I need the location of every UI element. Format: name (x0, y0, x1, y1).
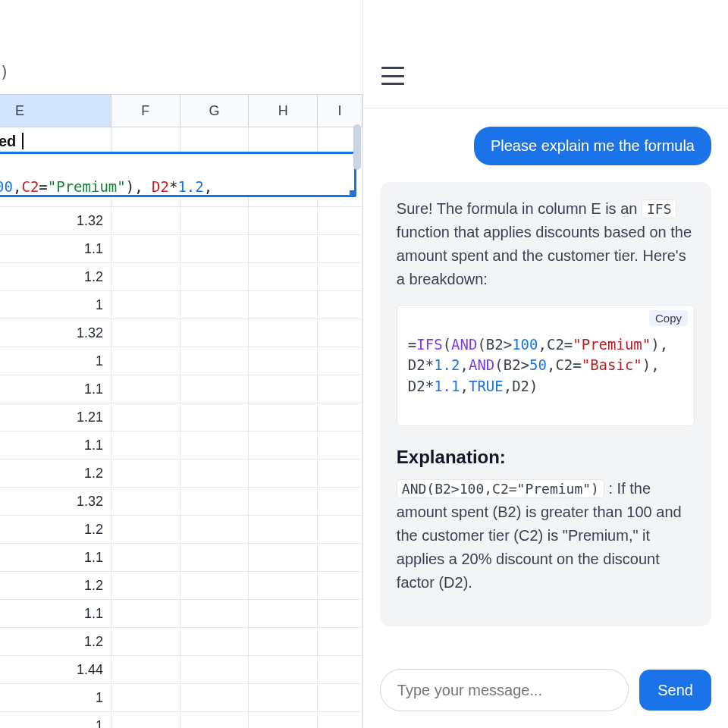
cell[interactable]: 1.1 (0, 375, 111, 403)
cell[interactable]: 1.32 (0, 207, 111, 235)
chat-scroll[interactable]: Please explain me the formula Sure! The … (363, 108, 728, 656)
cell[interactable]: 1.32 (0, 319, 111, 347)
cell[interactable] (249, 600, 318, 628)
cell[interactable] (249, 319, 318, 347)
cell[interactable] (180, 207, 249, 235)
cell[interactable] (180, 516, 249, 544)
cell[interactable]: 1.2 (0, 628, 111, 656)
cell[interactable] (318, 375, 362, 403)
cell[interactable] (111, 572, 180, 600)
cell[interactable] (318, 235, 362, 263)
copy-button[interactable]: Copy (649, 310, 688, 326)
cell[interactable] (249, 684, 318, 712)
cell[interactable]: 1.2 (0, 516, 111, 544)
cell[interactable] (180, 319, 249, 347)
cell[interactable]: 1.2 (0, 572, 111, 600)
cell[interactable] (318, 319, 362, 347)
cell[interactable] (249, 431, 318, 460)
cell[interactable] (180, 572, 249, 600)
cell[interactable] (318, 347, 362, 375)
cell[interactable]: 1.1 (0, 544, 111, 572)
formula-bar[interactable]: UE, D2) (0, 62, 10, 81)
header-cell-E[interactable]: unt Applied (0, 127, 111, 155)
cell[interactable]: 1.1 (0, 431, 111, 460)
cell[interactable] (249, 628, 318, 656)
cell[interactable] (111, 460, 180, 488)
cell[interactable] (111, 291, 180, 319)
cell[interactable] (111, 127, 180, 155)
cell[interactable] (111, 712, 180, 729)
col-header-H[interactable]: H (249, 95, 318, 127)
cell[interactable] (249, 572, 318, 600)
fill-handle-icon[interactable] (348, 189, 356, 197)
col-header-G[interactable]: G (180, 95, 249, 127)
cell[interactable] (318, 263, 362, 291)
cell[interactable] (318, 544, 362, 572)
cell[interactable] (249, 516, 318, 544)
cell[interactable] (180, 712, 249, 729)
cell[interactable] (180, 431, 249, 460)
cell[interactable] (249, 291, 318, 319)
cell[interactable]: 1 (0, 291, 111, 319)
cell[interactable] (249, 127, 318, 155)
menu-icon[interactable] (381, 67, 404, 85)
cell[interactable]: 1.2 (0, 263, 111, 291)
cell[interactable] (111, 431, 180, 460)
cell[interactable] (180, 291, 249, 319)
cell[interactable]: 1.44 (0, 656, 111, 684)
cell[interactable] (318, 656, 362, 684)
cell[interactable] (318, 291, 362, 319)
cell[interactable]: 1 (0, 347, 111, 375)
cell[interactable] (111, 516, 180, 544)
cell[interactable] (318, 207, 362, 235)
cell[interactable] (180, 684, 249, 712)
cell[interactable] (318, 600, 362, 628)
cell[interactable] (180, 127, 249, 155)
cell[interactable] (318, 431, 362, 460)
cell[interactable]: 1 (0, 712, 111, 729)
send-button[interactable]: Send (639, 670, 711, 711)
cell[interactable] (249, 488, 318, 516)
col-header-F[interactable]: F (111, 95, 180, 127)
cell[interactable] (111, 544, 180, 572)
cell[interactable] (249, 263, 318, 291)
col-header-E[interactable]: E (0, 95, 111, 127)
cell[interactable] (249, 656, 318, 684)
cell[interactable] (111, 656, 180, 684)
cell[interactable] (180, 628, 249, 656)
cell[interactable] (249, 375, 318, 403)
cell[interactable] (249, 712, 318, 729)
cell[interactable] (180, 375, 249, 403)
cell[interactable] (318, 628, 362, 656)
cell[interactable] (249, 347, 318, 375)
cell[interactable] (180, 600, 249, 628)
cell[interactable] (180, 403, 249, 431)
cell[interactable] (318, 460, 362, 488)
cell[interactable] (180, 544, 249, 572)
cell[interactable] (318, 684, 362, 712)
cell[interactable] (249, 544, 318, 572)
cell[interactable] (111, 403, 180, 431)
cell[interactable] (111, 628, 180, 656)
cell[interactable] (249, 235, 318, 263)
cell[interactable] (111, 207, 180, 235)
cell[interactable] (180, 235, 249, 263)
cell-editor[interactable]: ND(B2>100,C2="Premium"), D2*1.2, >50,C2=… (0, 152, 356, 197)
cell[interactable]: 1.2 (0, 460, 111, 488)
cell[interactable] (249, 460, 318, 488)
cell[interactable] (111, 319, 180, 347)
cell[interactable] (111, 488, 180, 516)
cell[interactable]: 1.21 (0, 403, 111, 431)
cell[interactable] (318, 403, 362, 431)
cell[interactable] (249, 207, 318, 235)
cell[interactable] (111, 263, 180, 291)
cell[interactable]: 1 (0, 684, 111, 712)
cell[interactable] (111, 347, 180, 375)
cell[interactable] (180, 347, 249, 375)
cell[interactable] (111, 684, 180, 712)
cell[interactable] (111, 375, 180, 403)
cell[interactable] (111, 600, 180, 628)
cell[interactable]: 1.1 (0, 235, 111, 263)
cell[interactable]: 1.32 (0, 488, 111, 516)
cell[interactable] (249, 403, 318, 431)
